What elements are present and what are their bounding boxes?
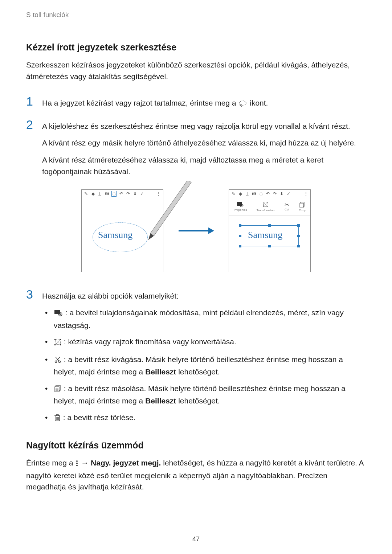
cut-label: Cut: [285, 208, 289, 211]
svg-rect-6: [237, 202, 242, 206]
section2-paragraph: Érintse meg a → Nagy. jegyzet megj. lehe…: [26, 457, 366, 493]
svg-rect-16: [54, 344, 56, 345]
steps-list: 1 Ha a jegyzet kézírást vagy rajzot tart…: [26, 95, 366, 178]
edit-toolbar: Properties Transform into ✂ Cut Copy: [229, 198, 310, 216]
steps-list-cont: 3 Használja az alábbi opciók valamelyiké…: [26, 288, 366, 430]
handwritten-sample-left: Samsung: [98, 230, 132, 241]
copy-button: Copy: [299, 202, 306, 212]
options-list: : a bevitel tulajdonságainak módosítása,…: [42, 307, 366, 424]
scissors-icon: ✂: [285, 202, 289, 208]
step-2-p2: A kívánt rész egy másik helyre történő á…: [42, 137, 366, 149]
option-bold: Beilleszt: [145, 397, 176, 405]
svg-rect-14: [54, 339, 56, 340]
redo-icon: ↷: [126, 191, 130, 196]
undo-icon: ↶: [119, 191, 123, 196]
properties-icon: [234, 202, 247, 208]
step-number: 1: [26, 95, 34, 110]
option-delete: : a bevitt rész törlése.: [42, 412, 366, 424]
section-heading-magnified: Nagyított kézírás üzemmód: [26, 440, 366, 451]
step-number: 2: [26, 118, 34, 178]
option-bold: Beilleszt: [145, 368, 176, 376]
option-text: lehetőséget.: [176, 368, 220, 376]
svg-rect-15: [60, 339, 61, 340]
illustration-row: ✎ ◆ T 📷︎ ◌ ↶ ↷ ⬇︎ ✓ ⋮ Samsung: [26, 189, 366, 272]
save-icon: ⬇︎: [279, 191, 284, 196]
properties-label: Properties: [234, 208, 247, 212]
transform-icon: [54, 337, 61, 349]
toolbar-left: ✎ ◆ T 📷︎ ◌ ↶ ↷ ⬇︎ ✓ ⋮: [82, 190, 163, 198]
pen-icon: ✎: [84, 191, 88, 196]
step-2-p1: A kijelöléshez és szerkesztéshez érintse…: [42, 120, 366, 132]
step-1-text-before: Ha a jegyzet kézírást vagy rajzot tartal…: [42, 99, 238, 107]
redo-icon: ↷: [273, 191, 277, 196]
check-icon: ✓: [286, 191, 291, 196]
properties-icon: [54, 308, 62, 320]
properties-button: Properties: [234, 202, 247, 212]
lasso-tool-icon: ◌: [111, 191, 117, 197]
svg-point-18: [55, 361, 57, 362]
option-cut: : a bevitt rész kivágása. Másik helyre t…: [42, 354, 366, 378]
option-text: : a bevitel tulajdonságainak módosítása,…: [54, 308, 344, 329]
svg-point-19: [59, 361, 61, 362]
toolbar-right: ✎ ◆ T 📷︎ ◌ ↶ ↷ ⬇︎ ✓ ⋮: [229, 190, 310, 198]
margin-tick: [19, 0, 19, 8]
pen-icon: ✎: [231, 191, 236, 196]
copy-icon: [299, 202, 306, 209]
transform-label: Transform into: [257, 209, 275, 212]
eraser-icon: ◆: [238, 191, 242, 196]
svg-rect-17: [60, 344, 61, 345]
illustration-screen-right: ✎ ◆ T 📷︎ ◌ ↶ ↷ ⬇︎ ✓ ⋮ Properties: [229, 189, 311, 272]
save-icon: ⬇︎: [133, 191, 137, 196]
p-text: Érintse meg a: [26, 459, 75, 467]
camera-icon: 📷︎: [105, 191, 109, 196]
section-intro: Szerkesszen kézírásos jegyzeteket különb…: [26, 59, 366, 82]
camera-icon: 📷︎: [252, 191, 256, 196]
illustration-screen-left: ✎ ◆ T 📷︎ ◌ ↶ ↷ ⬇︎ ✓ ⋮ Samsung: [81, 189, 163, 272]
undo-icon: ↶: [266, 191, 270, 196]
svg-rect-8: [264, 202, 268, 207]
step-2-p3: A kívánt rész átméretezéséhez válassza k…: [42, 154, 366, 178]
more-icon: ⋮: [156, 191, 161, 196]
option-text: lehetőséget.: [176, 397, 220, 405]
option-copy: : a bevitt rész másolása. Másik helyre t…: [42, 383, 366, 407]
step-3-lead: Használja az alábbi opciók valamelyikét:: [42, 290, 366, 302]
step-1: 1 Ha a jegyzet kézírást vagy rajzot tart…: [26, 95, 366, 110]
transform-icon: [257, 202, 275, 209]
text-icon: T: [245, 191, 249, 196]
arrow-right-icon: [178, 226, 214, 235]
step-1-text: Ha a jegyzet kézírást vagy rajzot tartal…: [42, 97, 268, 110]
transform-button: Transform into: [257, 202, 275, 212]
cut-button: ✂ Cut: [285, 202, 289, 211]
page-number: 47: [0, 535, 392, 543]
eraser-icon: ◆: [91, 191, 95, 196]
option-text: : kézírás vagy rajzok finomítása vagy ko…: [62, 337, 236, 346]
scissors-icon: [54, 355, 61, 366]
copy-icon: [54, 384, 61, 395]
svg-point-23: [76, 460, 78, 462]
svg-point-25: [76, 465, 78, 466]
svg-point-24: [76, 463, 78, 464]
trash-icon: [54, 413, 60, 424]
svg-rect-10: [300, 203, 303, 208]
copy-label: Copy: [299, 209, 306, 212]
step-number: 3: [26, 288, 34, 430]
section-heading-edit-notes: Kézzel írott jegyzetek szerkesztése: [26, 42, 366, 53]
step-1-text-after: ikont.: [250, 99, 268, 107]
lasso-tool-icon: ◌: [259, 191, 263, 196]
check-icon: ✓: [140, 191, 144, 196]
step-2: 2 A kijelöléshez és szerkesztéshez érint…: [26, 118, 366, 178]
lasso-icon: [239, 98, 247, 110]
handwritten-sample-right: Samsung: [248, 230, 282, 241]
p-bold: Nagy. jegyzet megj.: [91, 459, 161, 467]
more-icon: ⋮: [304, 191, 308, 196]
option-text: : a bevitt rész törlése.: [61, 413, 135, 422]
svg-point-0: [240, 101, 246, 105]
step-3: 3 Használja az alábbi opciók valamelyiké…: [26, 288, 366, 430]
option-properties: : a bevitel tulajdonságainak módosítása,…: [42, 307, 366, 331]
p-text: →: [79, 459, 91, 467]
more-icon: [76, 458, 78, 470]
option-transform: : kézírás vagy rajzok finomítása vagy ko…: [42, 336, 366, 349]
breadcrumb: S toll funkciók: [26, 11, 366, 19]
svg-marker-5: [208, 227, 214, 234]
svg-rect-13: [55, 340, 60, 345]
